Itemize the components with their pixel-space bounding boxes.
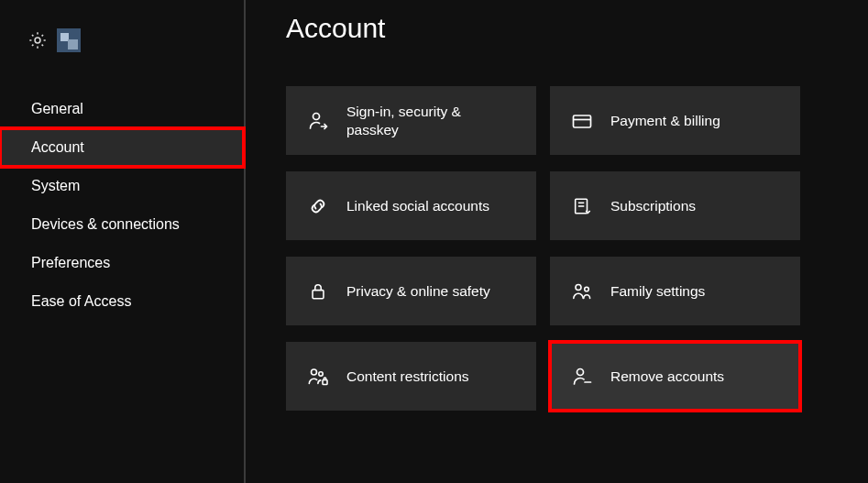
sidebar-item-label: Account: [31, 139, 84, 156]
sidebar-item-label: Ease of Access: [31, 293, 131, 310]
svg-point-8: [576, 284, 581, 290]
sidebar-item-system[interactable]: System: [0, 167, 244, 205]
tile-linked-social[interactable]: Linked social accounts: [286, 171, 536, 240]
sidebar-item-ease-of-access[interactable]: Ease of Access: [0, 282, 244, 321]
sidebar-header: [0, 16, 244, 64]
svg-point-13: [577, 368, 584, 375]
avatar[interactable]: [57, 28, 81, 52]
family-icon: [570, 280, 594, 303]
tile-subscriptions[interactable]: Subscriptions: [550, 171, 800, 240]
person-arrow-icon: [306, 109, 330, 133]
svg-point-0: [35, 38, 40, 43]
svg-point-9: [585, 287, 589, 291]
svg-point-11: [319, 371, 323, 375]
link-icon: [306, 194, 330, 218]
sidebar-item-label: Preferences: [31, 255, 110, 271]
svg-point-10: [312, 369, 317, 375]
tile-remove-accounts[interactable]: Remove accounts: [550, 342, 800, 411]
sidebar: General Account System Devices & connect…: [0, 0, 246, 483]
tile-label: Family settings: [610, 282, 705, 300]
tile-label: Linked social accounts: [346, 197, 489, 214]
tile-label: Privacy & online safety: [346, 282, 490, 300]
svg-rect-7: [313, 290, 324, 298]
card-icon: [570, 109, 594, 133]
sidebar-item-general[interactable]: General: [0, 90, 244, 128]
person-lock-icon: [306, 365, 330, 389]
sidebar-item-label: Devices & connections: [31, 216, 180, 233]
page-title: Account: [286, 13, 841, 44]
sidebar-item-preferences[interactable]: Preferences: [0, 244, 244, 282]
svg-rect-2: [574, 115, 591, 127]
svg-point-1: [313, 113, 320, 119]
tile-payment-billing[interactable]: Payment & billing: [550, 86, 800, 155]
gear-icon[interactable]: [27, 30, 48, 50]
person-minus-icon: [570, 365, 594, 389]
main-panel: Account Sign-in, security & passkey Paym…: [246, 0, 868, 483]
sidebar-item-label: System: [31, 178, 80, 194]
tile-label: Payment & billing: [610, 112, 720, 129]
tile-label: Subscriptions: [610, 197, 696, 214]
tile-signin-security[interactable]: Sign-in, security & passkey: [286, 86, 536, 155]
tile-label: Remove accounts: [610, 368, 724, 385]
svg-rect-12: [323, 379, 327, 384]
tile-content-restrictions[interactable]: Content restrictions: [286, 342, 536, 411]
sidebar-item-label: General: [31, 101, 83, 117]
sidebar-item-devices[interactable]: Devices & connections: [0, 205, 244, 244]
sidebar-item-account[interactable]: Account: [0, 128, 244, 167]
tile-label: Content restrictions: [346, 368, 469, 385]
tile-grid: Sign-in, security & passkey Payment & bi…: [286, 86, 841, 411]
tile-privacy-safety[interactable]: Privacy & online safety: [286, 257, 536, 325]
tile-label: Sign-in, security & passkey: [346, 103, 516, 138]
receipt-icon: [570, 194, 594, 218]
sidebar-nav: General Account System Devices & connect…: [0, 90, 244, 321]
lock-icon: [306, 280, 330, 303]
tile-family-settings[interactable]: Family settings: [550, 257, 800, 325]
